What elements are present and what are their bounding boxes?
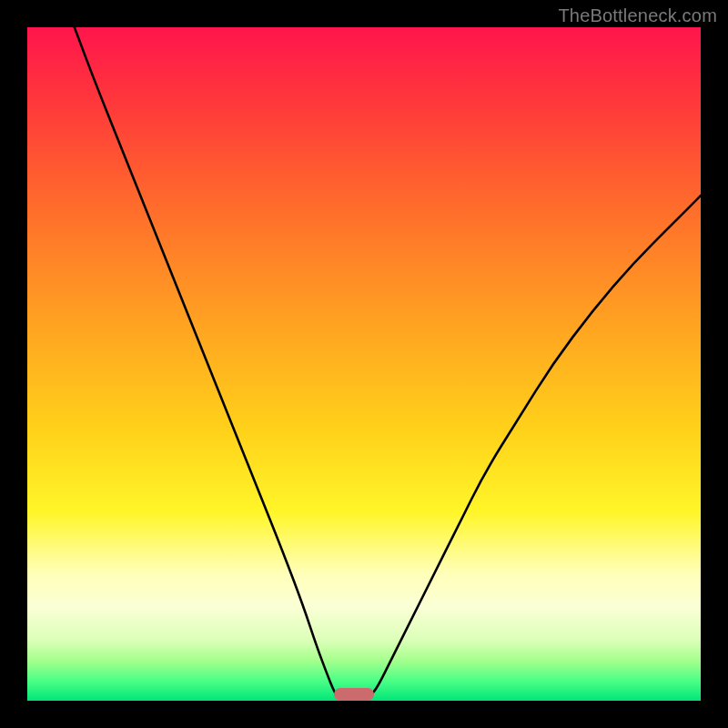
- plot-area: [27, 27, 701, 701]
- minimum-marker: [334, 688, 374, 701]
- chart-frame: TheBottleneck.com: [0, 0, 728, 728]
- watermark-text: TheBottleneck.com: [558, 5, 717, 26]
- bottleneck-curve: [27, 27, 701, 701]
